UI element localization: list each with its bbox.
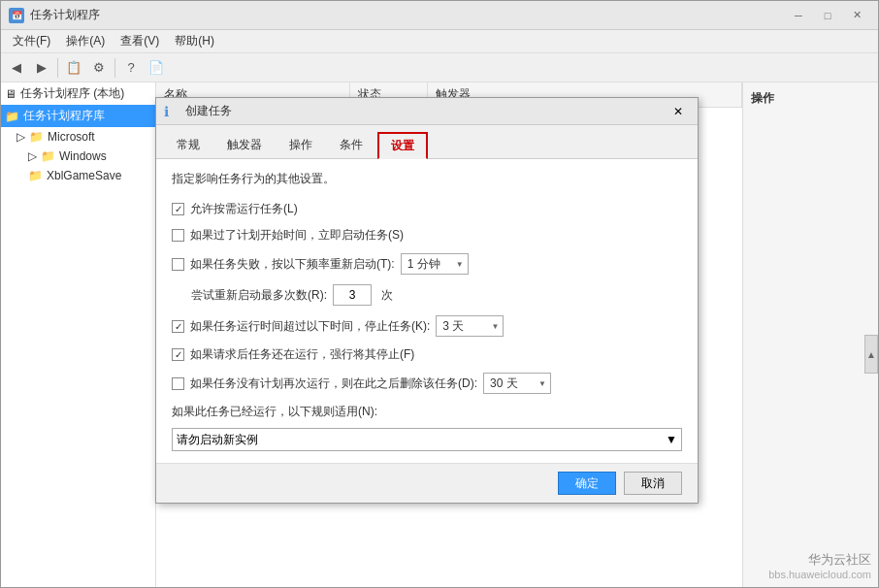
doc-button[interactable]: 📄 — [145, 56, 168, 80]
watermark-site: 华为云社区 — [768, 551, 871, 569]
toolbar-separator-1 — [57, 58, 58, 78]
retry-count-label: 尝试重新启动最多次数(R): — [191, 287, 327, 304]
stop-time-select[interactable]: 3 天 ▼ — [436, 315, 504, 337]
start-immediately-label: 如果过了计划开始时间，立即启动任务(S) — [190, 227, 404, 244]
confirm-button[interactable]: 确定 — [558, 472, 616, 495]
chevron-icon-windows: ▷ — [28, 149, 37, 163]
toolbar-separator-2 — [114, 58, 115, 78]
if-already-running-label: 如果此任务已经运行，以下规则适用(N): — [172, 404, 682, 420]
menu-help[interactable]: 帮助(H) — [167, 31, 222, 52]
close-button[interactable]: ✕ — [843, 6, 870, 25]
instance-policy-select[interactable]: 请勿启动新实例 ▼ — [172, 428, 682, 451]
delete-after-select[interactable]: 30 天 ▼ — [483, 373, 551, 394]
restart-interval-arrow: ▼ — [456, 260, 466, 269]
minimize-button[interactable]: ─ — [785, 6, 812, 25]
delete-after-arrow: ▼ — [538, 379, 548, 388]
title-bar: 📅 任务计划程序 ─ □ ✕ — [1, 1, 878, 30]
tab-conditions[interactable]: 条件 — [327, 132, 375, 159]
create-task-dialog: ℹ 创建任务 ✕ 常规 触发器 操作 条件 设置 指定影响任务行为的其他设置。 … — [155, 97, 699, 504]
instance-policy-row: 请勿启动新实例 ▼ — [172, 428, 682, 451]
start-immediately-row: 如果过了计划开始时间，立即启动任务(S) — [172, 227, 682, 244]
watermark-url: bbs.huaweicloud.com — [768, 569, 871, 580]
restart-on-fail-label: 如果任务失败，按以下频率重新启动(T): — [190, 256, 395, 273]
allow-on-demand-label: 允许按需运行任务(L) — [190, 201, 298, 217]
menu-action[interactable]: 操作(A) — [58, 31, 113, 52]
allow-on-demand-row: 允许按需运行任务(L) — [172, 201, 682, 217]
tab-triggers[interactable]: 触发器 — [214, 132, 275, 159]
stop-if-exceed-row: 如果任务运行时间超过以下时间，停止任务(K): 3 天 ▼ — [172, 315, 682, 337]
window-controls: ─ □ ✕ — [785, 6, 870, 25]
menu-view[interactable]: 查看(V) — [113, 31, 167, 52]
instance-policy-value: 请勿启动新实例 — [177, 432, 258, 448]
task-button[interactable]: 📋 — [62, 56, 85, 80]
force-stop-checkbox[interactable] — [172, 348, 184, 361]
watermark: 华为云社区 bbs.huaweicloud.com — [768, 551, 871, 580]
force-stop-row: 如果请求后任务还在运行，强行将其停止(F) — [172, 346, 682, 363]
stop-time-arrow: ▼ — [491, 322, 501, 331]
start-immediately-checkbox[interactable] — [172, 229, 184, 242]
scroll-up-button[interactable]: ▲ — [864, 335, 878, 374]
delete-if-no-schedule-row: 如果任务没有计划再次运行，则在此之后删除该任务(D): 30 天 ▼ — [172, 373, 682, 394]
menu-file[interactable]: 文件(F) — [5, 31, 58, 52]
tab-actions[interactable]: 操作 — [277, 132, 325, 159]
folder-icon-library: 📁 — [5, 110, 19, 123]
sidebar-item-local[interactable]: 🖥 任务计划程序 (本地) — [1, 82, 155, 105]
restart-interval-value: 1 分钟 — [404, 256, 444, 273]
stop-time-value: 3 天 — [439, 318, 468, 335]
delete-if-no-schedule-checkbox[interactable] — [172, 377, 184, 390]
dialog-icon: ℹ — [164, 104, 179, 119]
folder-icon-windows: 📁 — [41, 149, 55, 163]
stop-if-exceed-checkbox[interactable] — [172, 320, 184, 333]
dialog-title-bar: ℹ 创建任务 ✕ — [156, 98, 698, 125]
tab-general[interactable]: 常规 — [164, 132, 212, 159]
tab-bar: 常规 触发器 操作 条件 设置 — [156, 125, 698, 159]
cancel-button[interactable]: 取消 — [624, 472, 682, 495]
actions-title: 操作 — [743, 86, 878, 111]
settings-button[interactable]: ⚙ — [87, 56, 111, 80]
app-icon: 📅 — [9, 8, 24, 23]
instance-policy-arrow: ▼ — [666, 433, 677, 446]
delete-if-no-schedule-label: 如果任务没有计划再次运行，则在此之后删除该任务(D): — [190, 376, 477, 392]
tab-settings[interactable]: 设置 — [377, 132, 428, 159]
restart-interval-select[interactable]: 1 分钟 ▼ — [401, 253, 469, 275]
dialog-close-button[interactable]: ✕ — [667, 102, 690, 121]
sidebar-item-windows[interactable]: ▷ 📁 Windows — [1, 147, 155, 166]
sidebar: 🖥 任务计划程序 (本地) 📁 任务计划程序库 ▷ 📁 Microsoft ▷ … — [1, 82, 156, 587]
sidebar-item-microsoft[interactable]: ▷ 📁 Microsoft — [1, 127, 155, 147]
actions-panel: 操作 ▲ — [742, 82, 878, 587]
sidebar-item-xblgamesave[interactable]: 📁 XblGameSave — [1, 166, 155, 185]
force-stop-label: 如果请求后任务还在运行，强行将其停止(F) — [190, 346, 414, 363]
dialog-content: 指定影响任务行为的其他设置。 允许按需运行任务(L) 如果过了计划开始时间，立即… — [156, 159, 698, 463]
delete-after-value: 30 天 — [486, 376, 522, 392]
window-title: 任务计划程序 — [30, 7, 785, 23]
maximize-button[interactable]: □ — [814, 6, 841, 25]
settings-description: 指定影响任务行为的其他设置。 — [172, 171, 682, 187]
help-button[interactable]: ? — [119, 56, 143, 80]
folder-icon-xbl: 📁 — [28, 169, 43, 182]
allow-on-demand-checkbox[interactable] — [172, 203, 184, 215]
retry-count-unit: 次 — [381, 287, 393, 304]
restart-on-fail-row: 如果任务失败，按以下频率重新启动(T): 1 分钟 ▼ — [172, 253, 682, 275]
folder-icon-microsoft: 📁 — [29, 130, 44, 144]
menu-bar: 文件(F) 操作(A) 查看(V) 帮助(H) — [1, 30, 878, 53]
chevron-icon: ▷ — [16, 130, 25, 144]
restart-on-fail-checkbox[interactable] — [172, 258, 184, 271]
forward-button[interactable]: ▶ — [30, 56, 53, 80]
dialog-footer: 确定 取消 — [156, 463, 698, 503]
toolbar: ◀ ▶ 📋 ⚙ ? 📄 — [1, 53, 878, 82]
dialog-title: 创建任务 — [185, 103, 667, 119]
computer-icon: 🖥 — [5, 87, 16, 101]
retry-count-input[interactable] — [333, 284, 372, 306]
back-button[interactable]: ◀ — [5, 56, 28, 80]
stop-if-exceed-label: 如果任务运行时间超过以下时间，停止任务(K): — [190, 318, 430, 335]
sidebar-item-library[interactable]: 📁 任务计划程序库 — [1, 105, 155, 127]
retry-count-row: 尝试重新启动最多次数(R): 次 — [172, 284, 682, 306]
